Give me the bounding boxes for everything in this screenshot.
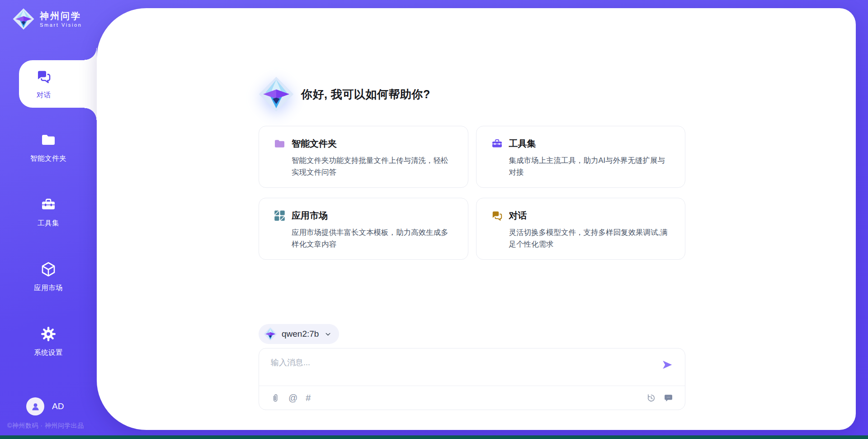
card-description: 智能文件夹功能支持批量文件上传与清洗，轻松实现文件问答: [292, 154, 455, 178]
card-title: 对话: [509, 210, 527, 222]
card-chat[interactable]: 对话 灵活切换多模型文件，支持多样回复效果调试,满足个性化需求: [476, 198, 686, 260]
sidebar-nav: 对话 智能文件夹 工具集 应用市场 系统设置: [0, 60, 97, 382]
card-smart-folder[interactable]: 智能文件夹 智能文件夹功能支持批量文件上传与清洗，轻松实现文件问答: [259, 126, 468, 188]
message-input[interactable]: [270, 356, 653, 383]
brand: 神州问学 Smart Vision: [13, 8, 82, 30]
toolbox-icon: [491, 138, 503, 150]
greeting-title: 你好, 我可以如何帮助你?: [301, 87, 430, 102]
card-title: 工具集: [509, 138, 536, 150]
message-composer: @ #: [259, 348, 685, 410]
card-app-market[interactable]: 应用市场 应用市场提供丰富长文本模板，助力高效生成多样化文章内容: [259, 198, 468, 260]
folder-icon: [40, 132, 57, 148]
card-description: 集成市场上主流工具，助力AI与外界无缝扩展与对接: [509, 154, 673, 178]
sidebar-item-settings[interactable]: 系统设置: [0, 317, 97, 367]
cube-icon: [40, 261, 57, 277]
sidebar-item-label: 对话: [37, 91, 51, 100]
composer-toolbar-right: [646, 393, 673, 403]
bottom-accent-bar: [0, 435, 868, 439]
toolbox-icon: [40, 196, 57, 213]
history-icon[interactable]: [646, 393, 656, 403]
sidebar-item-toolset[interactable]: 工具集: [0, 187, 97, 237]
sidebar: 神州问学 Smart Vision 对话 智能文件夹 工具集 应用市场 系统设置: [0, 0, 97, 439]
composer-toolbar: @ #: [259, 386, 685, 410]
brand-diamond-icon: [264, 327, 277, 341]
main-panel: 你好, 我可以如何帮助你? 智能文件夹 智能文件夹功能支持批量文件上传与清洗，轻…: [97, 8, 856, 430]
sidebar-item-smart-folder[interactable]: 智能文件夹: [0, 123, 97, 172]
tab-curve-top: [85, 48, 97, 60]
user-name: AD: [52, 401, 64, 411]
folder-icon: [274, 138, 286, 150]
card-description: 应用市场提供丰富长文本模板，助力高效生成多样化文章内容: [292, 226, 455, 250]
brand-diamond-icon: [13, 8, 34, 30]
sidebar-item-label: 工具集: [38, 219, 59, 228]
tab-curve-bottom: [85, 108, 97, 120]
send-icon: [661, 359, 673, 371]
paperclip-icon[interactable]: [271, 393, 280, 403]
person-icon: [30, 401, 41, 412]
chat-bubbles-icon: [491, 210, 503, 222]
hash-icon[interactable]: #: [306, 393, 311, 402]
copyright-footer: ©神州数码 · 神州问学出品: [7, 422, 84, 430]
model-selector-value: qwen2:7b: [282, 329, 319, 339]
model-selector[interactable]: qwen2:7b: [259, 324, 339, 344]
at-icon[interactable]: @: [288, 393, 297, 402]
sidebar-item-label: 系统设置: [34, 348, 63, 358]
card-toolset[interactable]: 工具集 集成市场上主流工具，助力AI与外界无缝扩展与对接: [476, 126, 686, 188]
card-description: 灵活切换多模型文件，支持多样回复效果调试,满足个性化需求: [509, 226, 673, 250]
user-profile[interactable]: AD: [26, 397, 64, 415]
sidebar-item-app-market[interactable]: 应用市场: [0, 252, 97, 302]
card-title: 智能文件夹: [292, 138, 337, 150]
card-title: 应用市场: [292, 210, 328, 222]
brand-diamond-icon: [259, 76, 294, 112]
chevron-down-icon: [324, 330, 332, 338]
chat-bubble-icon[interactable]: [664, 393, 673, 403]
sidebar-item-label: 应用市场: [34, 283, 63, 293]
sidebar-item-label: 智能文件夹: [30, 154, 66, 163]
gear-icon: [40, 326, 57, 342]
feature-cards: 智能文件夹 智能文件夹功能支持批量文件上传与清洗，轻松实现文件问答 工具集 集成…: [259, 126, 685, 260]
chat-bubbles-icon: [36, 68, 52, 85]
grid-icon: [274, 210, 286, 222]
brand-name: 神州问学: [40, 10, 82, 21]
send-button[interactable]: [661, 359, 673, 371]
avatar: [26, 397, 44, 415]
greeting: 你好, 我可以如何帮助你?: [259, 76, 430, 112]
sidebar-item-chat[interactable]: 对话: [19, 60, 97, 108]
brand-subtitle: Smart Vision: [40, 22, 82, 28]
